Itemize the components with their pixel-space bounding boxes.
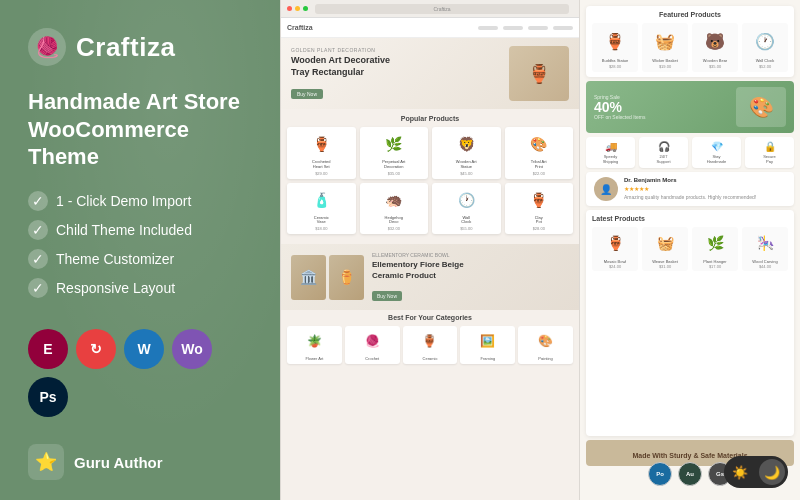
product-price-3: $45.00: [460, 171, 472, 176]
right-preview-panel: Featured Products 🏺 Buddha Statue $28.00…: [580, 0, 800, 500]
featured-card-2[interactable]: 🧺 Wicker Basket $19.00: [642, 23, 688, 72]
popular-products-section: Popular Products 🏺 CrochetedHeart Set $2…: [281, 109, 579, 244]
brand-name: Craftiza: [76, 32, 175, 63]
hero-text: GOLDEN PLANT DECORATION Wooden Art Decor…: [291, 47, 503, 99]
feature-item-child-theme: ✓ Child Theme Included: [28, 220, 252, 240]
product-name-8: ClayPot: [535, 216, 543, 226]
sale-big-text: 40%: [594, 100, 645, 114]
product-name-6: HedgehogDeco: [385, 216, 403, 226]
moon-icon: 🌙: [764, 465, 780, 480]
logo-emoji: 🧶: [35, 35, 60, 59]
nav-link-3: [528, 26, 548, 30]
cat-name-1: Flower Art: [305, 356, 323, 361]
category-section: Best For Your Categories 🪴 Flower Art 🧶 …: [281, 310, 579, 368]
cat-img-5: 🎨: [521, 329, 570, 354]
featured-price-2: $19.00: [659, 64, 671, 69]
cat-card-5[interactable]: 🎨 Painting: [518, 326, 573, 364]
product-img-7: 🕐: [435, 186, 498, 214]
featured-section: Featured Products 🏺 Buddha Statue $28.00…: [586, 6, 794, 77]
featured-card-4[interactable]: 🕐 Wall Clock $52.00: [742, 23, 788, 72]
category-row: 🪴 Flower Art 🧶 Crochet 🏺 Ceramic 🖼️ Fram…: [287, 326, 573, 364]
left-panel: 🧶 Craftiza Handmade Art Store WooCommerc…: [0, 0, 280, 500]
support-icon: 🎧: [658, 141, 670, 152]
featured-name-2: Wicker Basket: [652, 58, 678, 63]
cat-card-1[interactable]: 🪴 Flower Art: [287, 326, 342, 364]
cat-img-2: 🧶: [348, 329, 397, 354]
dot-yellow: [295, 6, 300, 11]
latest-row: 🏺 Mosaic Bowl $24.00 🧺 Weave Basket $31.…: [592, 227, 788, 271]
reviewer-avatar: 👤: [594, 177, 618, 201]
nav-link-4: [553, 26, 573, 30]
product-card-4[interactable]: 🎨 Tribal ArtPrint $22.00: [505, 127, 574, 179]
featured-row: 🏺 Buddha Statue $28.00 🧺 Wicker Basket $…: [592, 23, 788, 72]
review-text-block: Dr. Benjamin Mors ★★★★★ Amazing quality …: [624, 177, 786, 201]
feature-label-3: Theme Customizer: [56, 251, 174, 267]
browser-bar: Craftiza: [281, 0, 579, 18]
latest-card-1[interactable]: 🏺 Mosaic Bowl $24.00: [592, 227, 638, 271]
logo-icon: 🧶: [28, 28, 66, 66]
check-icon-3: ✓: [28, 249, 48, 269]
cat-name-4: Framing: [480, 356, 495, 361]
product-name-1: CrochetedHeart Set: [312, 160, 330, 170]
product-img-3: 🦁: [435, 130, 498, 158]
latest-price-4: $44.00: [759, 264, 771, 269]
feature-item-click-demo: ✓ 1 - Click Demo Import: [28, 191, 252, 211]
featured-card-3[interactable]: 🐻 Wooden Bear $35.00: [692, 23, 738, 72]
cat-img-3: 🏺: [406, 329, 455, 354]
product-card-5[interactable]: 🧴 CeramicVase $18.00: [287, 183, 356, 235]
hero-button[interactable]: Buy Now: [291, 89, 323, 99]
featured-name-4: Wall Clock: [756, 58, 775, 63]
feature-label-2: Child Theme Included: [56, 222, 192, 238]
latest-card-3[interactable]: 🌿 Plant Hanger $17.00: [692, 227, 738, 271]
latest-card-2[interactable]: 🧺 Weave Basket $31.00: [642, 227, 688, 271]
check-icon-2: ✓: [28, 220, 48, 240]
handmade-text: StayHandmade: [707, 154, 727, 164]
dark-mode-toggle[interactable]: ☀️ 🌙: [724, 456, 788, 488]
product-price-4: $22.00: [533, 171, 545, 176]
product-img-4: 🎨: [508, 130, 571, 158]
featured-img-1: 🏺: [595, 26, 635, 56]
product-card-1[interactable]: 🏺 CrochetedHeart Set $29.00: [287, 127, 356, 179]
product-card-7[interactable]: 🕐 WallClock $55.00: [432, 183, 501, 235]
product-card-8[interactable]: 🏺 ClayPot $28.00: [505, 183, 574, 235]
latest-card-4[interactable]: 🎠 Wood Carving $44.00: [742, 227, 788, 271]
feature-item-customizer: ✓ Theme Customizer: [28, 249, 252, 269]
product-card-2[interactable]: 🌿 Perpetual ArtDecoration $35.00: [360, 127, 429, 179]
feature-badge-support: 🎧 24/7Support: [639, 137, 688, 168]
review-text: Amazing quality handmade products. Highl…: [624, 194, 786, 201]
hero-title: Wooden Art DecorativeTray Rectangular: [291, 55, 503, 78]
tagline-line2: WooCommerce Theme: [28, 116, 252, 171]
cat-card-3[interactable]: 🏺 Ceramic: [403, 326, 458, 364]
featured-img-2: 🧺: [645, 26, 685, 56]
popular-section-title: Popular Products: [287, 115, 573, 122]
latest-title: Latest Products: [592, 215, 788, 222]
sale-subtitle: OFF on Selected Items: [594, 114, 645, 120]
url-text: Craftiza: [433, 6, 450, 12]
promo-images: 🏛️ ⚱️: [291, 255, 364, 300]
cat-name-5: Painting: [538, 356, 552, 361]
product-card-6[interactable]: 🦔 HedgehogDeco $32.00: [360, 183, 429, 235]
tagline-line1: Handmade Art Store: [28, 88, 252, 116]
badge-wordpress: W: [124, 329, 164, 369]
featured-price-1: $28.00: [609, 64, 621, 69]
category-section-title: Best For Your Categories: [287, 314, 573, 321]
product-card-3[interactable]: 🦁 Wooden ArtStatue $45.00: [432, 127, 501, 179]
theme-preview: Craftiza Craftiza GOLDEN PLANT DECORATIO…: [281, 0, 579, 500]
latest-price-1: $24.00: [609, 264, 621, 269]
logo-area: 🧶 Craftiza: [28, 28, 252, 66]
review-block: 👤 Dr. Benjamin Mors ★★★★★ Amazing qualit…: [586, 172, 794, 206]
products-row-2: 🧴 CeramicVase $18.00 🦔 HedgehogDeco $32.…: [287, 183, 573, 235]
secure-text: SecurePay: [763, 154, 776, 164]
check-icon-1: ✓: [28, 191, 48, 211]
featured-name-1: Buddha Statue: [602, 58, 628, 63]
cat-card-2[interactable]: 🧶 Crochet: [345, 326, 400, 364]
product-price-7: $55.00: [460, 226, 472, 231]
cat-card-4[interactable]: 🖼️ Framing: [460, 326, 515, 364]
products-row-1: 🏺 CrochetedHeart Set $29.00 🌿 Perpetual …: [287, 127, 573, 179]
promo-button[interactable]: Buy Now: [372, 291, 402, 301]
dot-green: [303, 6, 308, 11]
featured-card-1[interactable]: 🏺 Buddha Statue $28.00: [592, 23, 638, 72]
nav-logo: Craftiza: [287, 24, 313, 31]
sale-emoji: 🎨: [749, 95, 774, 119]
cat-name-3: Ceramic: [423, 356, 438, 361]
